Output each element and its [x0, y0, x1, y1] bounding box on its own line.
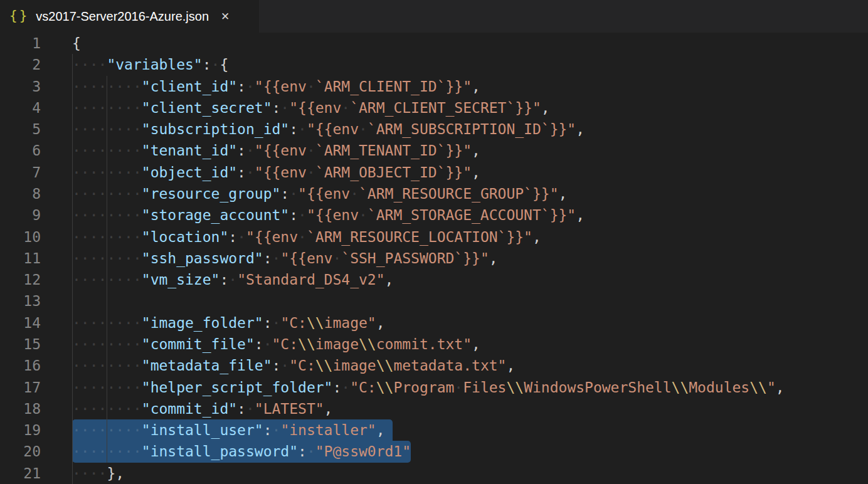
line-number[interactable]: 14 — [0, 312, 41, 334]
tab-vs2017-server2016-azure-json[interactable]: {} vs2017-Server2016-Azure.json ✕ — [0, 0, 259, 33]
code-line[interactable]: 10········"location":·"{{env·`ARM_RESOUR… — [0, 226, 868, 248]
code-text: ········"install_password":·"P@ssw0rd1" — [72, 441, 411, 462]
code-line[interactable]: 21····}, — [0, 463, 868, 484]
code-line[interactable]: 17········"helper_script_folder":·"C:\\P… — [0, 377, 868, 398]
code-text: ········"tenant_id":·"{{env·`ARM_TENANT_… — [72, 140, 480, 161]
code-text: ········"resource_group":·"{{env·`ARM_RE… — [72, 183, 567, 204]
line-number[interactable]: 2 — [0, 54, 41, 75]
line-number[interactable]: 19 — [0, 419, 41, 441]
code-text: ········"ssh_password":·"{{env·`SSH_PASS… — [72, 248, 498, 269]
code-line[interactable]: 18········"commit_id":·"LATEST", — [0, 398, 868, 419]
code-editor[interactable]: 1{2····"variables":·{3········"client_id… — [0, 33, 868, 484]
tab-bar: {} vs2017-Server2016-Azure.json ✕ — [0, 0, 868, 33]
code-line[interactable]: 2····"variables":·{ — [0, 54, 868, 75]
line-number[interactable]: 5 — [0, 118, 41, 140]
code-line[interactable]: 1{ — [0, 33, 868, 54]
indent-guide — [72, 290, 73, 312]
line-number[interactable]: 15 — [0, 334, 41, 355]
json-file-icon: {} — [9, 8, 29, 23]
line-number[interactable]: 9 — [0, 204, 41, 226]
code-line[interactable]: 9········"storage_account":·"{{env·`ARM_… — [0, 204, 868, 226]
line-number[interactable]: 16 — [0, 355, 41, 376]
code-text: ········"image_folder":·"C:\\image", — [72, 312, 385, 334]
code-line[interactable]: 20········"install_password":·"P@ssw0rd1… — [0, 441, 868, 462]
code-line[interactable]: 11········"ssh_password":·"{{env·`SSH_PA… — [0, 248, 868, 269]
code-text: ········"commit_id":·"LATEST", — [72, 398, 332, 419]
line-number[interactable]: 20 — [0, 441, 41, 462]
line-number[interactable]: 1 — [0, 33, 41, 54]
tab-close-icon[interactable]: ✕ — [218, 9, 232, 24]
line-number[interactable]: 21 — [0, 463, 41, 484]
code-text: ········"commit_file":·"C:\\image\\commi… — [72, 334, 480, 355]
line-number[interactable]: 18 — [0, 398, 41, 419]
line-number[interactable]: 4 — [0, 97, 41, 118]
code-text: ········"helper_script_folder":·"C:\\Pro… — [72, 377, 785, 398]
code-text: ········"client_secret":·"{{env·`ARM_CLI… — [72, 97, 550, 118]
line-number[interactable]: 3 — [0, 76, 41, 97]
code-text: ········"client_id":·"{{env·`ARM_CLIENT_… — [72, 76, 480, 97]
code-text: { — [72, 33, 81, 54]
code-line[interactable]: 15········"commit_file":·"C:\\image\\com… — [0, 334, 868, 355]
code-text: ········"vm_size":·"Standard_DS4_v2", — [72, 269, 393, 290]
code-text: ····}, — [72, 463, 124, 484]
code-line[interactable]: 6········"tenant_id":·"{{env·`ARM_TENANT… — [0, 140, 868, 161]
code-line[interactable]: 3········"client_id":·"{{env·`ARM_CLIENT… — [0, 76, 868, 97]
line-number[interactable]: 8 — [0, 183, 41, 204]
code-text: ········"subscription_id":·"{{env·`ARM_S… — [72, 118, 585, 140]
line-number[interactable]: 12 — [0, 269, 41, 290]
line-number[interactable]: 7 — [0, 162, 41, 183]
code-line[interactable]: 8········"resource_group":·"{{env·`ARM_R… — [0, 183, 868, 204]
line-number[interactable]: 10 — [0, 226, 41, 248]
code-text: ········"location":·"{{env·`ARM_RESOURCE… — [72, 226, 541, 248]
code-lines: 1{2····"variables":·{3········"client_id… — [0, 33, 868, 484]
code-line[interactable]: 14········"image_folder":·"C:\\image", — [0, 312, 868, 334]
code-line[interactable]: 16········"metadata_file":·"C:\\image\\m… — [0, 355, 868, 376]
code-line[interactable]: 19········"install_user":·"installer", — [0, 419, 868, 441]
code-line[interactable]: 4········"client_secret":·"{{env·`ARM_CL… — [0, 97, 868, 118]
line-number[interactable]: 17 — [0, 377, 41, 398]
code-line[interactable]: 12········"vm_size":·"Standard_DS4_v2", — [0, 269, 868, 290]
code-text: ········"storage_account":·"{{env·`ARM_S… — [72, 204, 585, 226]
code-line[interactable]: 13 — [0, 290, 868, 312]
code-text: ····"variables":·{ — [72, 54, 228, 75]
code-line[interactable]: 7········"object_id":·"{{env·`ARM_OBJECT… — [0, 162, 868, 183]
line-number[interactable]: 6 — [0, 140, 41, 161]
tab-title: vs2017-Server2016-Azure.json — [36, 9, 209, 24]
code-line[interactable]: 5········"subscription_id":·"{{env·`ARM_… — [0, 118, 868, 140]
line-number[interactable]: 13 — [0, 290, 41, 312]
code-text: ········"object_id":·"{{env·`ARM_OBJECT_… — [72, 162, 480, 183]
code-text: ········"install_user":·"installer", — [72, 419, 385, 441]
code-text: ········"metadata_file":·"C:\\image\\met… — [72, 355, 515, 376]
indent-guide — [107, 290, 107, 312]
line-number[interactable]: 11 — [0, 248, 41, 269]
